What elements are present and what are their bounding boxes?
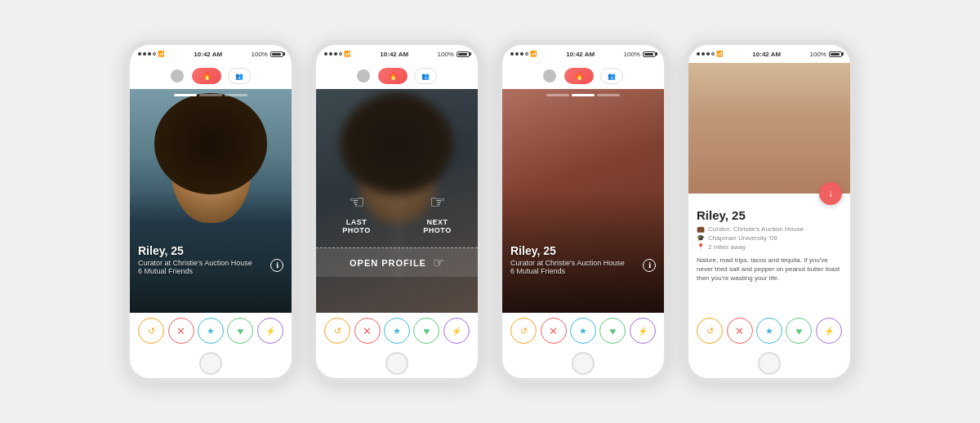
phone-4: 📶 10:42 AM 100% ↓ Riley, 25 💼 Curator, C… — [684, 40, 855, 383]
battery-fill-3 — [644, 53, 653, 56]
people-icon: 👥 — [235, 73, 243, 80]
dot-3-inactive-1 — [546, 94, 569, 96]
phone-bottom-4 — [688, 349, 850, 378]
signal-area-3: 📶 — [510, 51, 537, 57]
signal-dot-2-4 — [339, 52, 342, 56]
nav-avatar[interactable] — [171, 69, 184, 82]
battery-icon — [270, 51, 283, 57]
profile-detail-distance: 📍 2 miles away — [697, 243, 842, 251]
signal-dot-3 — [148, 52, 151, 56]
profile-full-name: Riley, 25 — [697, 208, 842, 222]
signal-dot-3-1 — [510, 52, 514, 56]
people-tab[interactable]: 👥 — [228, 68, 251, 84]
people-tab-3[interactable]: 👥 — [600, 68, 623, 84]
card-photo-2[interactable]: ☜ LASTPHOTO ☞ NEXTPHOTO OPEN PROFILE ☞ — [316, 89, 478, 313]
briefcase-icon: 💼 — [697, 225, 705, 233]
home-button-4[interactable] — [758, 352, 781, 375]
nope-button-3[interactable]: ✕ — [541, 318, 567, 344]
battery-icon-2 — [457, 51, 470, 57]
battery-icon-3 — [643, 51, 656, 57]
people-tab-2[interactable]: 👥 — [414, 68, 437, 84]
time-display-2: 10:42 AM — [380, 51, 408, 58]
battery-percent-4: 100% — [810, 51, 826, 58]
wifi-icon-3: 📶 — [530, 51, 537, 57]
info-button-3[interactable]: ℹ — [643, 259, 656, 272]
superlike-button-3[interactable]: ★ — [570, 318, 596, 344]
nope-button-4[interactable]: ✕ — [727, 318, 753, 344]
superlike-button-2[interactable]: ★ — [384, 318, 410, 344]
open-profile-bar[interactable]: OPEN PROFILE ☞ — [316, 247, 478, 277]
boost-button-3[interactable]: ⚡ — [630, 318, 656, 344]
signal-area-4: 📶 — [697, 51, 724, 57]
nope-button-2[interactable]: ✕ — [354, 318, 381, 344]
superlike-button-1[interactable]: ★ — [198, 318, 224, 344]
dot-1-inactive-2 — [199, 94, 222, 96]
time-display-4: 10:42 AM — [752, 51, 781, 58]
card-photo-3[interactable]: Riley, 25 Curator at Christie's Auction … — [502, 89, 664, 313]
nav-avatar-3[interactable] — [543, 69, 556, 82]
status-bar-1: 📶 10:42 AM 100% — [130, 45, 292, 63]
home-button-2[interactable] — [385, 352, 408, 375]
superlike-button-4[interactable]: ★ — [756, 318, 782, 344]
card-info-3: Riley, 25 Curator at Christie's Auction … — [502, 238, 664, 278]
battery-area: 100% — [252, 51, 283, 58]
phone-1: 📶 10:42 AM 100% 🔥 👥 — [125, 40, 296, 383]
like-button-3[interactable]: ♥ — [599, 318, 626, 344]
time-display-1: 10:42 AM — [194, 51, 222, 58]
phone-bottom-3 — [502, 349, 664, 378]
nope-button-1[interactable]: ✕ — [168, 318, 194, 344]
flame-tab[interactable]: 🔥 — [192, 68, 221, 84]
signal-dot-3-2 — [515, 52, 519, 56]
home-button-3[interactable] — [572, 352, 595, 375]
signal-dot-2-2 — [329, 52, 332, 56]
boost-button-2[interactable]: ⚡ — [443, 318, 470, 344]
actions-bar-2: ↺ ✕ ★ ♥ ⚡ — [316, 313, 478, 349]
like-button-1[interactable]: ♥ — [227, 318, 253, 344]
undo-button-3[interactable]: ↺ — [510, 318, 537, 344]
info-button-1[interactable]: ℹ — [270, 259, 283, 272]
battery-fill-4 — [831, 53, 840, 56]
flame-icon-3: 🔥 — [575, 72, 584, 80]
tinder-navbar-1: 🔥 👥 — [130, 63, 292, 89]
people-icon-3: 👥 — [608, 73, 616, 80]
card-photo-1[interactable]: Riley, 25 Curator at Christie's Auction … — [130, 89, 292, 313]
like-button-2[interactable]: ♥ — [413, 318, 439, 344]
phone-2: 📶 10:42 AM 100% 🔥 👥 — [311, 40, 483, 383]
battery-area-3: 100% — [624, 51, 656, 58]
profile-photo: ↓ — [688, 63, 850, 194]
dot-3-active — [572, 94, 595, 96]
signal-area-2: 📶 — [324, 51, 351, 57]
flame-tab-3[interactable]: 🔥 — [564, 68, 594, 84]
like-button-4[interactable]: ♥ — [786, 318, 812, 344]
next-photo-hand-icon: ☞ — [430, 192, 446, 213]
signal-dot-4-1 — [697, 52, 700, 56]
next-photo-label: NEXTPHOTO — [423, 218, 451, 234]
actions-bar-3: ↺ ✕ ★ ♥ ⚡ — [502, 313, 664, 349]
last-photo-hand-icon: ☜ — [349, 192, 365, 213]
flame-tab-2[interactable]: 🔥 — [378, 68, 408, 84]
undo-button-1[interactable]: ↺ — [138, 318, 164, 344]
boost-button-4[interactable]: ⚡ — [816, 318, 842, 344]
profile-job-1: Curator at Christie's Auction House — [138, 259, 283, 267]
undo-button-2[interactable]: ↺ — [324, 318, 350, 344]
signal-dot-3-3 — [520, 52, 523, 56]
boost-button-1[interactable]: ⚡ — [257, 318, 283, 344]
battery-fill — [272, 53, 281, 56]
signal-dot-2 — [143, 52, 146, 56]
phone-3: 📶 10:42 AM 100% 🔥 👥 — [497, 40, 669, 383]
profile-distance: 2 miles away — [708, 243, 746, 251]
actions-bar-1: ↺ ✕ ★ ♥ ⚡ — [130, 313, 292, 349]
signal-area: 📶 — [138, 51, 165, 57]
close-profile-button[interactable]: ↓ — [819, 182, 842, 205]
signal-dot-1 — [138, 52, 141, 56]
wifi-icon-2: 📶 — [344, 51, 351, 57]
last-photo-label: LASTPHOTO — [342, 218, 370, 234]
profile-name-1: Riley, 25 — [138, 244, 283, 257]
undo-button-4[interactable]: ↺ — [697, 318, 723, 344]
battery-fill-2 — [458, 53, 467, 56]
profile-school: Chapman University '09 — [708, 234, 777, 242]
home-button-1[interactable] — [199, 352, 222, 375]
profile-info-section: Riley, 25 💼 Curator, Christie's Auction … — [688, 194, 850, 313]
profile-friends-3: 6 Mutual Friends — [510, 267, 656, 275]
nav-avatar-2[interactable] — [357, 69, 370, 82]
